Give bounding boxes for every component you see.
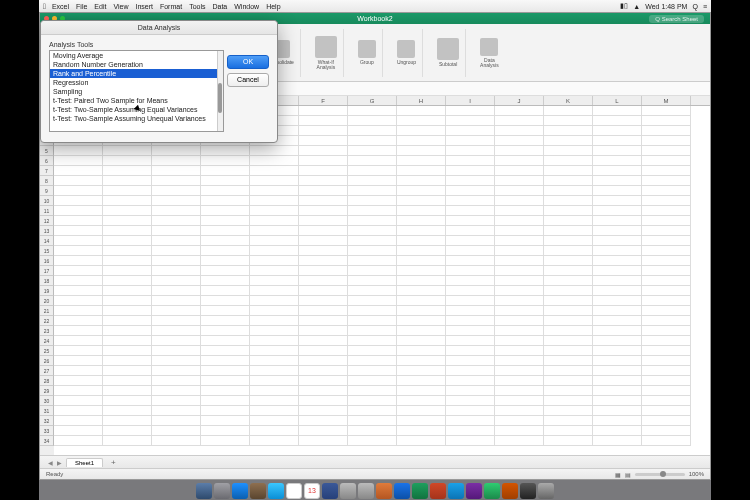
- row-header-22[interactable]: 22: [40, 316, 54, 326]
- cell[interactable]: [201, 406, 250, 416]
- menu-format[interactable]: Format: [160, 3, 182, 10]
- cell[interactable]: [348, 176, 397, 186]
- cell[interactable]: [299, 306, 348, 316]
- col-header-G[interactable]: G: [348, 96, 397, 105]
- cell[interactable]: [593, 336, 642, 346]
- cell[interactable]: [397, 426, 446, 436]
- cell[interactable]: [54, 316, 103, 326]
- cell[interactable]: [54, 256, 103, 266]
- row-header-27[interactable]: 27: [40, 366, 54, 376]
- cell[interactable]: [446, 116, 495, 126]
- view-page-icon[interactable]: ▤: [625, 471, 631, 478]
- col-header-K[interactable]: K: [544, 96, 593, 105]
- cell[interactable]: [348, 216, 397, 226]
- cell[interactable]: [446, 206, 495, 216]
- cell[interactable]: [54, 426, 103, 436]
- cell[interactable]: [397, 166, 446, 176]
- ibooks-icon[interactable]: [430, 483, 446, 499]
- preferences-icon[interactable]: [520, 483, 536, 499]
- cell[interactable]: [103, 236, 152, 246]
- cell[interactable]: [54, 156, 103, 166]
- cell[interactable]: [642, 306, 691, 316]
- cell[interactable]: [397, 146, 446, 156]
- cell[interactable]: [348, 406, 397, 416]
- cell[interactable]: [593, 366, 642, 376]
- cell[interactable]: [299, 106, 348, 116]
- notifications-icon[interactable]: ≡: [703, 3, 707, 10]
- cell[interactable]: [348, 156, 397, 166]
- cell[interactable]: [446, 166, 495, 176]
- cell[interactable]: [348, 346, 397, 356]
- cell[interactable]: [201, 346, 250, 356]
- cell[interactable]: [642, 386, 691, 396]
- row-header-13[interactable]: 13: [40, 226, 54, 236]
- cell[interactable]: [103, 266, 152, 276]
- cell[interactable]: [593, 186, 642, 196]
- cell[interactable]: [593, 126, 642, 136]
- cell[interactable]: [397, 216, 446, 226]
- cell[interactable]: [103, 156, 152, 166]
- cell[interactable]: [642, 276, 691, 286]
- menu-data[interactable]: Data: [212, 3, 227, 10]
- cell[interactable]: [495, 356, 544, 366]
- cell[interactable]: [250, 286, 299, 296]
- row-header-8[interactable]: 8: [40, 176, 54, 186]
- ribbon-group-9[interactable]: Subtotal: [431, 29, 466, 77]
- cell[interactable]: [348, 246, 397, 256]
- cell[interactable]: [348, 426, 397, 436]
- cell[interactable]: [250, 226, 299, 236]
- cell[interactable]: [152, 276, 201, 286]
- cell[interactable]: [593, 396, 642, 406]
- cell[interactable]: [54, 366, 103, 376]
- sheet-tab-1[interactable]: Sheet1: [66, 458, 103, 467]
- cell[interactable]: [495, 336, 544, 346]
- cell[interactable]: [201, 386, 250, 396]
- row-header-5[interactable]: 5: [40, 146, 54, 156]
- cell[interactable]: [103, 166, 152, 176]
- cell[interactable]: [642, 106, 691, 116]
- cell[interactable]: [299, 226, 348, 236]
- cell[interactable]: [495, 396, 544, 406]
- cell[interactable]: [250, 426, 299, 436]
- cell[interactable]: [299, 376, 348, 386]
- cell[interactable]: [495, 136, 544, 146]
- cell[interactable]: [152, 296, 201, 306]
- cell[interactable]: [642, 416, 691, 426]
- cell[interactable]: [397, 376, 446, 386]
- cell[interactable]: [152, 436, 201, 446]
- cell[interactable]: [152, 166, 201, 176]
- zoom-slider[interactable]: [635, 473, 685, 476]
- cell[interactable]: [397, 136, 446, 146]
- row-header-30[interactable]: 30: [40, 396, 54, 406]
- cell[interactable]: [642, 346, 691, 356]
- cell[interactable]: [54, 406, 103, 416]
- cell[interactable]: [103, 286, 152, 296]
- view-normal-icon[interactable]: ▦: [615, 471, 621, 478]
- cell[interactable]: [54, 286, 103, 296]
- col-header-M[interactable]: M: [642, 96, 691, 105]
- cell[interactable]: [201, 226, 250, 236]
- cell[interactable]: [593, 326, 642, 336]
- cell[interactable]: [299, 266, 348, 276]
- cell[interactable]: [544, 246, 593, 256]
- cell[interactable]: [201, 236, 250, 246]
- photos-icon[interactable]: [340, 483, 356, 499]
- col-header-J[interactable]: J: [495, 96, 544, 105]
- row-header-23[interactable]: 23: [40, 326, 54, 336]
- cell[interactable]: [446, 146, 495, 156]
- cell[interactable]: [348, 226, 397, 236]
- cell[interactable]: [348, 126, 397, 136]
- cell[interactable]: [397, 336, 446, 346]
- cell[interactable]: [446, 326, 495, 336]
- cell[interactable]: [299, 126, 348, 136]
- cell[interactable]: [152, 206, 201, 216]
- menu-app[interactable]: Excel: [52, 3, 69, 10]
- cell[interactable]: [201, 426, 250, 436]
- cell[interactable]: [152, 176, 201, 186]
- cell[interactable]: [201, 186, 250, 196]
- cell[interactable]: [152, 376, 201, 386]
- cell[interactable]: [544, 406, 593, 416]
- cell[interactable]: [544, 126, 593, 136]
- cell[interactable]: [250, 416, 299, 426]
- cell[interactable]: [299, 216, 348, 226]
